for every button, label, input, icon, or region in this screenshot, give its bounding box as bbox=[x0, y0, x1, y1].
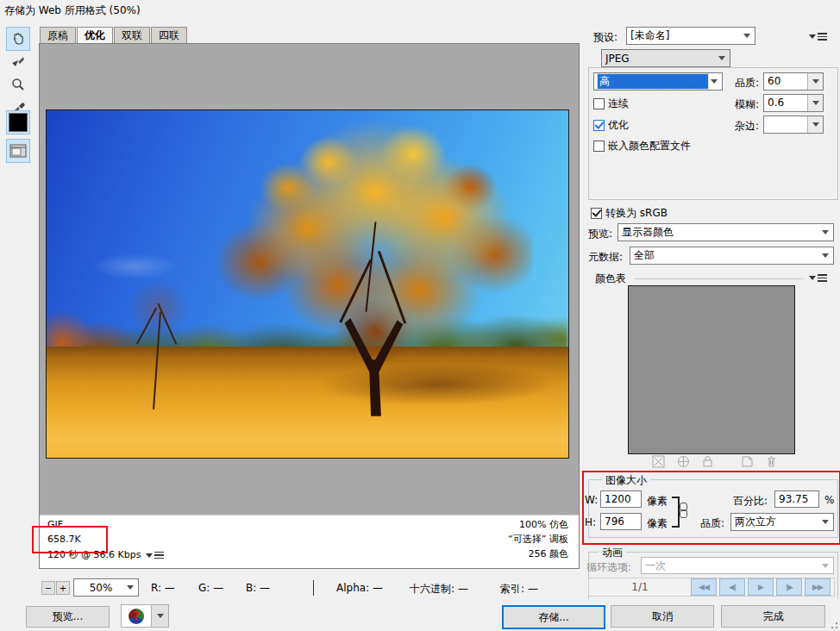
index-readout: 索引: — bbox=[500, 582, 538, 597]
color-table-grid[interactable] bbox=[628, 285, 795, 454]
toggle-slices-button[interactable] bbox=[6, 139, 30, 163]
metadata-select[interactable]: 全部 bbox=[630, 247, 834, 265]
quality-value: 60 bbox=[764, 73, 807, 90]
last-frame-button[interactable]: ▶▶ bbox=[805, 578, 831, 596]
preview-in-browser-button[interactable]: ? bbox=[121, 604, 152, 628]
zoom-tool-button[interactable] bbox=[6, 72, 30, 97]
previous-frame-button[interactable]: ◀| bbox=[719, 578, 745, 596]
progressive-checkbox[interactable] bbox=[593, 98, 605, 109]
format-value: JPEG bbox=[605, 53, 716, 65]
file-size-readout: 658.7K bbox=[47, 533, 81, 547]
preview-in-browser-control: ? bbox=[121, 604, 169, 628]
big-tree-crown bbox=[219, 121, 532, 378]
color-table-title: 颜色表 bbox=[595, 272, 626, 286]
resample-quality-select[interactable]: 两次立方 bbox=[730, 513, 834, 531]
chevron-down-icon bbox=[812, 122, 819, 130]
loop-options-select[interactable]: 一次 bbox=[641, 557, 834, 574]
srgb-label: 转换为 sRGB bbox=[605, 206, 668, 221]
preview-mode-value: 显示器颜色 bbox=[622, 225, 819, 240]
browser-select-arrow[interactable] bbox=[152, 604, 169, 628]
eyedropper-color-swatch[interactable] bbox=[6, 110, 30, 134]
preview-button[interactable]: 预览... bbox=[26, 606, 110, 628]
tab-2up[interactable]: 双联 bbox=[114, 27, 150, 43]
zoom-level-select[interactable]: 50% bbox=[73, 578, 139, 597]
blur-arrow-button[interactable] bbox=[807, 95, 823, 111]
preset-menu-icon[interactable] bbox=[809, 31, 827, 42]
cancel-button[interactable]: 取消 bbox=[611, 605, 714, 628]
zoom-level-value: 50% bbox=[78, 582, 124, 594]
image-size-title: 图像大小 bbox=[602, 473, 650, 488]
colors-readout: 256 颜色 bbox=[529, 547, 569, 561]
preview-mode-select[interactable]: 显示器颜色 bbox=[617, 223, 834, 241]
new-color-icon[interactable] bbox=[741, 455, 754, 468]
preview-canvas[interactable] bbox=[40, 44, 579, 515]
chevron-down-icon bbox=[157, 614, 164, 622]
zoom-out-button[interactable]: − bbox=[41, 581, 55, 595]
matte-label: 杂边: bbox=[735, 119, 759, 134]
done-button[interactable]: 完成 bbox=[721, 605, 825, 628]
percent-unit: % bbox=[824, 494, 834, 506]
chevron-down-icon bbox=[822, 520, 829, 528]
next-frame-button[interactable]: |▶ bbox=[776, 578, 802, 596]
srgb-checkbox[interactable] bbox=[591, 208, 602, 219]
blur-spinner[interactable]: 0.6 bbox=[763, 94, 824, 112]
chevron-down-icon bbox=[822, 253, 829, 261]
save-button[interactable]: 存储... bbox=[502, 605, 605, 629]
optimized-row: 优化 bbox=[593, 118, 629, 133]
hand-tool-button[interactable] bbox=[6, 27, 30, 51]
tab-original[interactable]: 原稿 bbox=[40, 27, 76, 43]
embed-profile-label: 嵌入颜色配置文件 bbox=[608, 139, 691, 153]
embed-profile-checkbox[interactable] bbox=[593, 141, 605, 152]
quality-spinner[interactable]: 60 bbox=[763, 72, 824, 91]
preview-image[interactable] bbox=[46, 109, 569, 459]
lock-icon[interactable] bbox=[702, 455, 713, 468]
preset-select[interactable]: [未命名] bbox=[626, 27, 755, 45]
height-input[interactable]: 796 bbox=[600, 513, 642, 530]
preview-mode-label: 预览: bbox=[588, 227, 612, 241]
tab-4up[interactable]: 四联 bbox=[151, 27, 187, 43]
web-shift-icon[interactable] bbox=[677, 455, 690, 468]
play-button[interactable]: ▶ bbox=[748, 578, 774, 596]
download-time-menu-icon[interactable] bbox=[146, 550, 164, 561]
preview-panel: GIF 658.7K 120 秒 @ 56.6 Kbps 100% 仿色 “可选… bbox=[39, 43, 580, 569]
frame-counter: 1/1 bbox=[589, 581, 691, 593]
slices-visibility-icon bbox=[9, 144, 27, 158]
chevron-down-icon bbox=[718, 56, 725, 64]
link-bracket bbox=[672, 497, 680, 528]
trash-icon[interactable] bbox=[766, 455, 777, 468]
question-mark-icon: ? bbox=[133, 609, 140, 622]
embed-profile-row: 嵌入颜色配置文件 bbox=[593, 139, 691, 153]
slice-select-tool-button[interactable] bbox=[6, 50, 30, 74]
preview-tabs: 原稿优化双联四联 bbox=[40, 27, 188, 43]
quality-arrow-button[interactable] bbox=[807, 73, 823, 90]
magnifier-icon bbox=[10, 77, 26, 92]
resize-grip[interactable] bbox=[830, 621, 838, 629]
tab-optimized[interactable]: 优化 bbox=[77, 27, 113, 43]
matte-select[interactable] bbox=[763, 116, 824, 134]
matte-arrow-button[interactable] bbox=[807, 116, 823, 133]
divider bbox=[635, 278, 804, 279]
color-table-menu-icon[interactable] bbox=[809, 272, 827, 284]
chevron-down-icon bbox=[743, 34, 750, 41]
matte-value bbox=[764, 116, 807, 133]
loop-options-label: 循环选项: bbox=[586, 560, 631, 575]
format-select[interactable]: JPEG bbox=[601, 49, 730, 67]
compression-quality-select[interactable]: 高 bbox=[593, 72, 723, 91]
width-label: W: bbox=[585, 494, 598, 506]
save-for-web-dialog: 存储为 Web 所用格式 (50%) 原稿优化双联四联 bbox=[0, 0, 840, 631]
optimized-checkbox[interactable] bbox=[593, 120, 605, 131]
first-frame-button[interactable]: ◀◀ bbox=[691, 578, 717, 596]
width-input[interactable]: 1200 bbox=[600, 490, 642, 508]
resample-quality-label: 品质: bbox=[700, 516, 724, 531]
progressive-label: 连续 bbox=[608, 97, 629, 111]
percent-input[interactable]: 93.75 bbox=[774, 490, 819, 508]
zoom-in-button[interactable]: + bbox=[56, 581, 70, 595]
alpha-readout: Alpha: — bbox=[336, 582, 383, 594]
map-transparency-icon[interactable] bbox=[652, 455, 665, 468]
link-chain-icon bbox=[680, 503, 687, 518]
hex-readout: 十六进制: — bbox=[410, 582, 468, 597]
info-bar: − + 50% R: — G: — B: — Alpha: — 十六进制: — … bbox=[39, 574, 578, 602]
chevron-down-icon bbox=[812, 101, 819, 109]
height-unit: 像素 bbox=[647, 516, 668, 531]
browser-globe-icon: ? bbox=[129, 609, 144, 624]
